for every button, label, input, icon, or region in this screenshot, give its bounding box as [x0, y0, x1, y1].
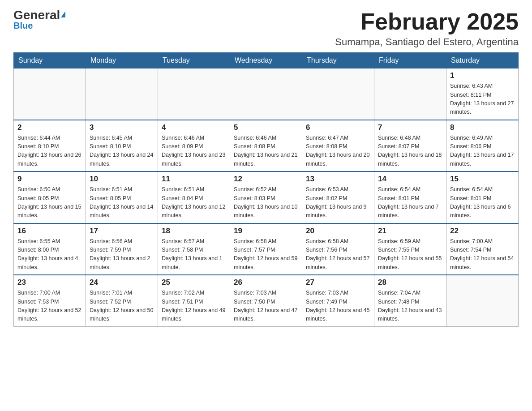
day-info: Sunrise: 6:58 AMSunset: 7:57 PMDaylight:…	[234, 237, 298, 272]
day-number: 17	[90, 227, 154, 235]
table-row: 8Sunrise: 6:49 AMSunset: 8:06 PMDaylight…	[446, 120, 519, 172]
table-row: 4Sunrise: 6:46 AMSunset: 8:09 PMDaylight…	[158, 120, 230, 172]
day-number: 22	[450, 227, 515, 235]
day-number: 6	[306, 123, 370, 132]
table-row: 21Sunrise: 6:59 AMSunset: 7:55 PMDayligh…	[374, 223, 446, 275]
day-info: Sunrise: 6:56 AMSunset: 7:59 PMDaylight:…	[90, 237, 154, 272]
table-row	[158, 68, 230, 120]
day-number: 19	[234, 227, 298, 235]
logo: General Blue	[13, 9, 65, 31]
day-number: 18	[162, 227, 226, 235]
day-info: Sunrise: 7:03 AMSunset: 7:50 PMDaylight:…	[234, 289, 298, 324]
day-info: Sunrise: 6:47 AMSunset: 8:08 PMDaylight:…	[306, 134, 370, 169]
table-row: 16Sunrise: 6:55 AMSunset: 8:00 PMDayligh…	[14, 223, 86, 275]
day-number: 1	[450, 71, 515, 80]
day-info: Sunrise: 7:02 AMSunset: 7:51 PMDaylight:…	[162, 289, 226, 324]
table-row: 15Sunrise: 6:54 AMSunset: 8:01 PMDayligh…	[446, 171, 519, 223]
day-number: 4	[162, 123, 226, 132]
day-info: Sunrise: 7:03 AMSunset: 7:49 PMDaylight:…	[306, 289, 370, 324]
table-row: 28Sunrise: 7:04 AMSunset: 7:48 PMDayligh…	[374, 275, 446, 326]
day-number: 27	[306, 278, 370, 287]
day-number: 28	[378, 278, 442, 287]
day-number: 10	[90, 175, 154, 184]
day-number: 13	[306, 175, 370, 184]
table-row: 7Sunrise: 6:48 AMSunset: 8:07 PMDaylight…	[374, 120, 446, 172]
col-header-saturday: Saturday	[446, 53, 519, 68]
table-row	[446, 275, 519, 326]
day-number: 26	[234, 278, 298, 287]
calendar-week-row: 16Sunrise: 6:55 AMSunset: 8:00 PMDayligh…	[14, 223, 519, 275]
day-number: 21	[378, 227, 442, 235]
day-info: Sunrise: 7:00 AMSunset: 7:53 PMDaylight:…	[17, 289, 82, 324]
table-row: 22Sunrise: 7:00 AMSunset: 7:54 PMDayligh…	[446, 223, 519, 275]
month-title: February 2025	[335, 9, 519, 34]
table-row: 1Sunrise: 6:43 AMSunset: 8:11 PMDaylight…	[446, 68, 519, 120]
col-header-monday: Monday	[86, 53, 158, 68]
day-info: Sunrise: 6:54 AMSunset: 8:01 PMDaylight:…	[378, 185, 442, 220]
day-number: 20	[306, 227, 370, 235]
day-info: Sunrise: 6:58 AMSunset: 7:56 PMDaylight:…	[306, 237, 370, 272]
day-number: 16	[17, 227, 82, 235]
table-row: 12Sunrise: 6:52 AMSunset: 8:03 PMDayligh…	[230, 171, 302, 223]
day-info: Sunrise: 6:59 AMSunset: 7:55 PMDaylight:…	[378, 237, 442, 272]
calendar-table: Sunday Monday Tuesday Wednesday Thursday…	[13, 52, 519, 327]
table-row	[230, 68, 302, 120]
table-row: 11Sunrise: 6:51 AMSunset: 8:04 PMDayligh…	[158, 171, 230, 223]
day-number: 3	[90, 123, 154, 132]
day-info: Sunrise: 6:51 AMSunset: 8:04 PMDaylight:…	[162, 185, 226, 220]
day-number: 24	[90, 278, 154, 287]
day-number: 11	[162, 175, 226, 184]
table-row: 2Sunrise: 6:44 AMSunset: 8:10 PMDaylight…	[14, 120, 86, 172]
day-info: Sunrise: 6:43 AMSunset: 8:11 PMDaylight:…	[450, 82, 515, 117]
day-number: 8	[450, 123, 515, 132]
day-info: Sunrise: 6:49 AMSunset: 8:06 PMDaylight:…	[450, 134, 515, 169]
day-number: 2	[17, 123, 82, 132]
day-info: Sunrise: 6:54 AMSunset: 8:01 PMDaylight:…	[450, 185, 515, 220]
table-row: 27Sunrise: 7:03 AMSunset: 7:49 PMDayligh…	[302, 275, 374, 326]
day-info: Sunrise: 6:51 AMSunset: 8:05 PMDaylight:…	[90, 185, 154, 220]
day-info: Sunrise: 6:45 AMSunset: 8:10 PMDaylight:…	[90, 134, 154, 169]
title-area: February 2025 Sumampa, Santiago del Este…	[335, 9, 519, 48]
day-info: Sunrise: 6:53 AMSunset: 8:02 PMDaylight:…	[306, 185, 370, 220]
day-info: Sunrise: 6:48 AMSunset: 8:07 PMDaylight:…	[378, 134, 442, 169]
page-header: General Blue February 2025 Sumampa, Sant…	[13, 9, 519, 48]
table-row	[374, 68, 446, 120]
col-header-sunday: Sunday	[14, 53, 86, 68]
table-row: 13Sunrise: 6:53 AMSunset: 8:02 PMDayligh…	[302, 171, 374, 223]
day-info: Sunrise: 7:01 AMSunset: 7:52 PMDaylight:…	[90, 289, 154, 324]
day-number: 9	[17, 175, 82, 184]
day-number: 7	[378, 123, 442, 132]
day-number: 25	[162, 278, 226, 287]
table-row: 24Sunrise: 7:01 AMSunset: 7:52 PMDayligh…	[86, 275, 158, 326]
day-info: Sunrise: 6:44 AMSunset: 8:10 PMDaylight:…	[17, 134, 82, 169]
calendar-week-row: 1Sunrise: 6:43 AMSunset: 8:11 PMDaylight…	[14, 68, 519, 120]
day-info: Sunrise: 6:46 AMSunset: 8:09 PMDaylight:…	[162, 134, 226, 169]
logo-blue-text: Blue	[13, 21, 33, 31]
table-row: 17Sunrise: 6:56 AMSunset: 7:59 PMDayligh…	[86, 223, 158, 275]
day-info: Sunrise: 7:04 AMSunset: 7:48 PMDaylight:…	[378, 289, 442, 324]
day-number: 15	[450, 175, 515, 184]
table-row: 10Sunrise: 6:51 AMSunset: 8:05 PMDayligh…	[86, 171, 158, 223]
table-row: 20Sunrise: 6:58 AMSunset: 7:56 PMDayligh…	[302, 223, 374, 275]
table-row: 9Sunrise: 6:50 AMSunset: 8:05 PMDaylight…	[14, 171, 86, 223]
table-row: 5Sunrise: 6:46 AMSunset: 8:08 PMDaylight…	[230, 120, 302, 172]
logo-triangle-icon	[61, 11, 65, 17]
table-row: 6Sunrise: 6:47 AMSunset: 8:08 PMDaylight…	[302, 120, 374, 172]
col-header-wednesday: Wednesday	[230, 53, 302, 68]
day-number: 5	[234, 123, 298, 132]
logo-text: General	[13, 9, 65, 21]
day-info: Sunrise: 6:55 AMSunset: 8:00 PMDaylight:…	[17, 237, 82, 272]
table-row	[14, 68, 86, 120]
col-header-thursday: Thursday	[302, 53, 374, 68]
day-info: Sunrise: 6:50 AMSunset: 8:05 PMDaylight:…	[17, 185, 82, 220]
table-row: 23Sunrise: 7:00 AMSunset: 7:53 PMDayligh…	[14, 275, 86, 326]
day-info: Sunrise: 6:52 AMSunset: 8:03 PMDaylight:…	[234, 185, 298, 220]
calendar-week-row: 2Sunrise: 6:44 AMSunset: 8:10 PMDaylight…	[14, 120, 519, 172]
col-header-friday: Friday	[374, 53, 446, 68]
table-row: 19Sunrise: 6:58 AMSunset: 7:57 PMDayligh…	[230, 223, 302, 275]
day-info: Sunrise: 6:46 AMSunset: 8:08 PMDaylight:…	[234, 134, 298, 169]
table-row	[302, 68, 374, 120]
calendar-header-row: Sunday Monday Tuesday Wednesday Thursday…	[14, 53, 519, 68]
day-number: 12	[234, 175, 298, 184]
table-row: 25Sunrise: 7:02 AMSunset: 7:51 PMDayligh…	[158, 275, 230, 326]
